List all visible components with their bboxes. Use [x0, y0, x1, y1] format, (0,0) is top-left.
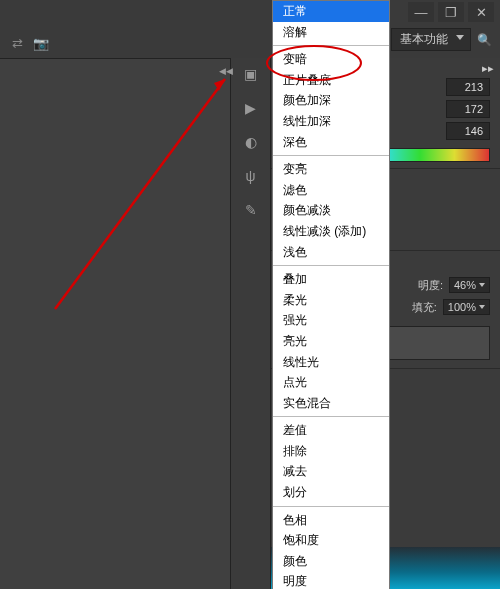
opacity-label: 明度:	[418, 278, 443, 293]
menu-item[interactable]: 饱和度	[273, 530, 389, 551]
menu-item[interactable]: 实色混合	[273, 393, 389, 414]
menu-item-multiply[interactable]: 正片叠底	[273, 70, 389, 91]
menu-item[interactable]: 溶解	[273, 22, 389, 43]
menu-item[interactable]: 深色	[273, 132, 389, 153]
menu-item[interactable]: 变亮	[273, 159, 389, 180]
svg-marker-1	[214, 79, 225, 91]
fill-picker[interactable]: 100%	[443, 299, 490, 315]
play-icon[interactable]: ▶	[245, 100, 256, 116]
opacity-picker[interactable]: 46%	[449, 277, 490, 293]
menu-item[interactable]: 颜色加深	[273, 90, 389, 111]
swap-icon[interactable]: ⇄	[12, 36, 23, 51]
r-value[interactable]: 213	[446, 78, 490, 96]
window-minimize[interactable]: —	[408, 2, 434, 22]
chevron-down-icon	[479, 283, 485, 287]
annotation-arrow	[0, 59, 230, 589]
canvas-area	[0, 58, 230, 589]
menu-item[interactable]: 线性光	[273, 352, 389, 373]
history-icon[interactable]: ▣	[244, 66, 257, 82]
menu-item[interactable]: 颜色减淡	[273, 200, 389, 221]
usb-icon[interactable]: ψ	[246, 168, 256, 184]
menu-item[interactable]: 叠加	[273, 269, 389, 290]
window-restore[interactable]: ❐	[438, 2, 464, 22]
workspace-label: 基本功能	[400, 32, 448, 46]
chevron-down-icon	[479, 305, 485, 309]
chevron-down-icon	[456, 35, 464, 40]
b-value[interactable]: 146	[446, 122, 490, 140]
blend-mode-menu: 正常 溶解 变暗 正片叠底 颜色加深 线性加深 深色 变亮 滤色 颜色减淡 线性…	[272, 0, 390, 589]
menu-item[interactable]: 颜色	[273, 551, 389, 572]
menu-item[interactable]: 减去	[273, 461, 389, 482]
workspace-select[interactable]: 基本功能	[391, 28, 471, 51]
fill-label: 填充:	[412, 300, 437, 315]
window-close[interactable]: ✕	[468, 2, 494, 22]
menu-item[interactable]: 亮光	[273, 331, 389, 352]
menu-item[interactable]: 变暗	[273, 49, 389, 70]
menu-item[interactable]: 滤色	[273, 180, 389, 201]
menu-item[interactable]: 浅色	[273, 242, 389, 263]
menu-item[interactable]: 划分	[273, 482, 389, 503]
svg-line-0	[55, 79, 225, 309]
adjust-icon[interactable]: ◐	[245, 134, 257, 150]
menu-item[interactable]: 色相	[273, 510, 389, 531]
menu-item[interactable]: 差值	[273, 420, 389, 441]
menu-item[interactable]: 强光	[273, 310, 389, 331]
collapsed-panel-strip: ◀◀ ▣ ▶ ◐ ψ ✎	[230, 58, 270, 589]
menu-item[interactable]: 线性减淡 (添加)	[273, 221, 389, 242]
menu-item[interactable]: 明度	[273, 571, 389, 589]
menu-item[interactable]: 排除	[273, 441, 389, 462]
menu-item[interactable]: 柔光	[273, 290, 389, 311]
expand-toggle-icon[interactable]: ◀◀	[219, 66, 233, 76]
search-icon[interactable]: 🔍	[477, 33, 492, 47]
menu-item[interactable]: 线性加深	[273, 111, 389, 132]
g-value[interactable]: 172	[446, 100, 490, 118]
menu-selected-item[interactable]: 正常	[273, 1, 389, 22]
camera-icon[interactable]: 📷	[33, 36, 49, 51]
menu-item[interactable]: 点光	[273, 372, 389, 393]
collapse-right-icon[interactable]: ▸▸	[482, 62, 494, 75]
brush-icon[interactable]: ✎	[245, 202, 257, 218]
